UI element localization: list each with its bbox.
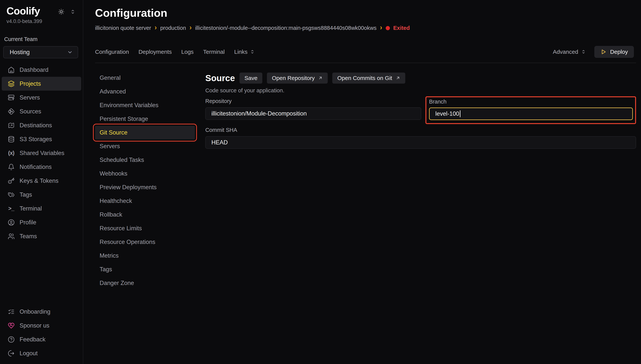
app-root: Coolify v4.0.0-beta.399 Current Team Hos… — [0, 0, 641, 364]
advanced-label: Advanced — [553, 49, 578, 55]
sidebar-item-onboarding[interactable]: Onboarding — [2, 305, 81, 318]
branch-value: level-100 — [435, 110, 459, 117]
sidebar-item-servers[interactable]: Servers — [2, 90, 81, 104]
sidebar-item-profile[interactable]: Profile — [2, 216, 81, 229]
page-title: Configuration — [95, 7, 636, 19]
subnav-item-persistent-storage[interactable]: Persistent Storage — [95, 112, 195, 126]
arrow-up-right-icon — [396, 76, 400, 80]
sidebar: Coolify v4.0.0-beta.399 Current Team Hos… — [0, 0, 83, 364]
server-bolt-icon — [8, 94, 15, 101]
sidebar-item-label: Sponsor us — [20, 322, 50, 329]
config-subnav: General Advanced Environment Variables P… — [95, 71, 205, 364]
commit-sha-field: Commit SHA HEAD — [205, 127, 636, 149]
sidebar-item-label: Teams — [20, 233, 37, 240]
subnav-item-metrics[interactable]: Metrics — [95, 249, 195, 262]
repository-input[interactable]: illicitestonion/Module-Decomposition — [205, 107, 421, 120]
subnav-item-servers[interactable]: Servers — [95, 140, 195, 153]
tab-links[interactable]: Links — [234, 49, 255, 55]
sidebar-item-label: Destinations — [20, 122, 52, 129]
sidebar-item-shared-variables[interactable]: (x) Shared Variables — [2, 146, 81, 160]
team-select[interactable]: Hosting — [3, 46, 78, 58]
sidebar-header: Coolify — [0, 5, 83, 16]
sidebar-item-label: Notifications — [20, 164, 52, 170]
tab-label: Configuration — [95, 49, 129, 55]
subnav-item-tags[interactable]: Tags — [95, 262, 195, 276]
sidebar-item-sponsor-us[interactable]: Sponsor us — [2, 318, 81, 332]
open-repository-button[interactable]: Open Repository — [267, 72, 328, 84]
tab-configuration[interactable]: Configuration — [95, 49, 129, 55]
sidebar-item-keys-tokens[interactable]: Keys & Tokens — [2, 174, 81, 188]
sidebar-item-notifications[interactable]: Notifications — [2, 160, 81, 174]
text-cursor — [460, 110, 460, 117]
sidebar-item-label: Profile — [20, 219, 36, 226]
sidebar-item-s3-storages[interactable]: S3 Storages — [2, 132, 81, 146]
sidebar-item-teams[interactable]: Teams — [2, 229, 81, 243]
sidebar-item-destinations[interactable]: Destinations — [2, 118, 81, 132]
sidebar-item-dashboard[interactable]: Dashboard — [2, 63, 81, 77]
subnav-item-resource-limits[interactable]: Resource Limits — [95, 222, 195, 235]
save-label: Save — [244, 75, 257, 81]
subnav-item-scheduled-tasks[interactable]: Scheduled Tasks — [95, 153, 195, 167]
chevrons-up-down-icon — [250, 49, 255, 54]
tab-terminal[interactable]: Terminal — [203, 49, 225, 55]
sidebar-item-tags[interactable]: Tags — [2, 188, 81, 202]
commit-sha-label: Commit SHA — [205, 127, 636, 133]
section-title: Source — [205, 73, 235, 83]
open-commits-button[interactable]: Open Commits on Git — [332, 72, 405, 84]
tab-label: Logs — [181, 49, 194, 55]
deploy-button[interactable]: Deploy — [594, 46, 634, 58]
chevron-right-icon: › — [189, 24, 192, 31]
content-area: General Advanced Environment Variables P… — [95, 71, 636, 364]
tab-deployments[interactable]: Deployments — [138, 49, 172, 55]
repo-branch-row: Repository illicitestonion/Module-Decomp… — [205, 98, 636, 124]
subnav-item-general[interactable]: General — [95, 71, 195, 85]
sidebar-item-sources[interactable]: Sources — [2, 104, 81, 118]
sidebar-item-label: Shared Variables — [20, 150, 65, 156]
heart-handshake-icon — [8, 322, 15, 329]
breadcrumb-application[interactable]: illicitestonion/-module--decomposition:m… — [195, 25, 376, 31]
sidebar-item-terminal[interactable]: >_ Terminal — [2, 202, 81, 216]
branch-input[interactable]: level-100 — [429, 108, 633, 120]
subnav-item-webhooks[interactable]: Webhooks — [95, 167, 195, 180]
subnav-item-resource-operations[interactable]: Resource Operations — [95, 235, 195, 249]
users-icon — [8, 233, 15, 240]
sidebar-item-label: Onboarding — [20, 308, 50, 315]
arrow-up-right-icon — [318, 76, 323, 80]
sidebar-item-feedback[interactable]: Feedback — [2, 332, 81, 346]
subnav-item-environment-variables[interactable]: Environment Variables — [95, 98, 195, 112]
sun-icon[interactable] — [58, 8, 65, 15]
help-circle-icon — [8, 336, 15, 343]
sidebar-footer-nav: Onboarding Sponsor us Feedback Logout — [0, 305, 83, 360]
sidebar-item-label: Feedback — [20, 336, 46, 343]
breadcrumb-project[interactable]: illicitonion quote server — [95, 25, 151, 31]
theme-controls — [58, 8, 76, 15]
status-dot-icon — [386, 26, 390, 30]
subnav-item-advanced[interactable]: Advanced — [95, 85, 195, 98]
subnav-item-git-source[interactable]: Git Source — [95, 126, 195, 140]
subnav-item-danger-zone[interactable]: Danger Zone — [95, 276, 195, 290]
chevron-right-icon: › — [380, 24, 382, 31]
chevrons-up-down-icon[interactable] — [70, 9, 76, 15]
save-button[interactable]: Save — [240, 72, 262, 84]
sidebar-item-label: Servers — [20, 94, 40, 101]
tabbar-divider — [95, 63, 636, 63]
sidebar-item-logout[interactable]: Logout — [2, 346, 81, 360]
subnav-item-rollback[interactable]: Rollback — [95, 208, 195, 222]
open-repository-label: Open Repository — [272, 75, 315, 81]
subnav-item-healthcheck[interactable]: Healthcheck — [95, 194, 195, 208]
chevron-right-icon: › — [155, 24, 157, 31]
subnav-item-preview-deployments[interactable]: Preview Deployments — [95, 180, 195, 194]
repository-field: Repository illicitestonion/Module-Decomp… — [205, 98, 421, 120]
commit-sha-input[interactable]: HEAD — [205, 136, 636, 149]
sidebar-item-label: Terminal — [20, 205, 42, 212]
sidebar-item-projects[interactable]: Projects — [2, 77, 81, 90]
breadcrumb-environment[interactable]: production — [160, 25, 186, 31]
sidebar-item-label: Projects — [20, 80, 41, 87]
branch-annotation-box: Branch level-100 — [425, 96, 636, 124]
advanced-dropdown[interactable]: Advanced — [553, 49, 586, 55]
app-logo: Coolify — [7, 5, 40, 16]
tab-logs[interactable]: Logs — [181, 49, 194, 55]
chevron-down-icon — [67, 50, 73, 55]
app-version: v4.0.0-beta.399 — [0, 18, 83, 24]
branch-label: Branch — [429, 98, 633, 105]
